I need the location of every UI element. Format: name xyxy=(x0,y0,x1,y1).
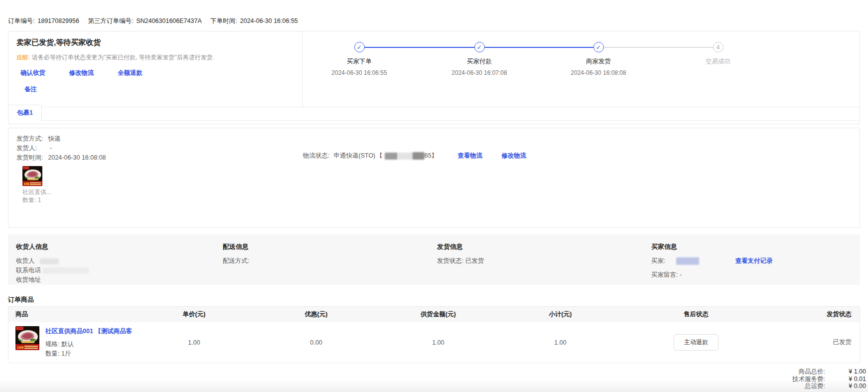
delivery-info-title: 配送信息 xyxy=(223,242,437,251)
tracking-suffix: 65】 xyxy=(425,152,437,160)
product-thumbnail[interactable]: 168 xyxy=(15,326,39,350)
step-label: 商家发货 xyxy=(554,57,643,66)
order-totals: 商品总价:¥ 1.00 技术服务费:¥ 0.01 总运费:¥ 0.00 xyxy=(792,368,866,390)
total-service-fee-row: 技术服务费:¥ 0.01 xyxy=(792,376,866,383)
package-tab-bar: 包裹1 xyxy=(8,105,860,121)
bottom-shade xyxy=(0,379,868,392)
active-refund-button[interactable]: 主动退款 xyxy=(674,334,719,351)
redaction-block xyxy=(413,152,425,160)
header-product: 商品 xyxy=(8,310,133,319)
third-party-order-value: SN2406301606E7437A xyxy=(136,17,201,24)
order-status-title: 卖家已发货,等待买家收货 xyxy=(16,38,294,47)
product-cell: 168 社区直供商品001 【测试商品客 规格: 默认 数量: 1斤 xyxy=(8,322,133,363)
cell-supply-amount: 1.00 xyxy=(377,339,499,346)
step-buyer-ordered: ✓ 买家下单 2024-06-30 16:06:55 xyxy=(314,42,404,76)
order-time-value: 2024-06-30 16:06:55 xyxy=(240,17,298,24)
header-ship-state: 发货状态 xyxy=(771,310,860,319)
total-goods-row: 商品总价:¥ 1.00 xyxy=(792,368,866,376)
order-no-value: 189170829956 xyxy=(37,17,79,24)
receiver-info-panel: 收货人信息 收货人 联系电话 收货地址 xyxy=(16,242,223,277)
step-label: 交易成功 xyxy=(673,57,763,66)
receiver-info-title: 收货人信息 xyxy=(16,242,223,251)
shipper-value: - xyxy=(50,145,52,152)
check-circle-icon: ✓ xyxy=(474,42,485,52)
product-image: 168 xyxy=(22,166,42,186)
shipping-info-panel: 发货信息 发货状态: 已发货 xyxy=(437,242,651,277)
reminder-text: 请务必等待订单状态变更为"买家已付款, 等待卖家发货"后再进行发货. xyxy=(32,54,215,61)
product-image: 168 xyxy=(15,326,39,350)
svg-text:168: 168 xyxy=(24,182,29,186)
order-no-label: 订单编号: xyxy=(8,17,34,24)
package-product-thumbnail[interactable]: 168 xyxy=(22,166,42,186)
view-payment-record-link[interactable]: 查看支付记录 xyxy=(735,256,772,266)
redaction-block xyxy=(398,153,415,160)
product-name-link[interactable]: 社区直供商品001 【测试商品客 xyxy=(45,327,132,336)
order-detail-page: 订单编号:189170829956 第三方订单编号:SN2406301606E7… xyxy=(0,0,868,392)
product-spec: 规格: 默认 xyxy=(45,340,132,349)
svg-text:168: 168 xyxy=(17,345,24,350)
package-product-caption: 社区直供... xyxy=(22,188,852,196)
step-trade-success: 4 交易成功 xyxy=(673,42,763,66)
cell-discount: 0.00 xyxy=(255,339,377,346)
product-qty: 数量: 1斤 xyxy=(45,349,132,359)
total-service-fee-value: ¥ 0.01 xyxy=(825,376,866,383)
redaction-block xyxy=(43,267,89,274)
receiver-name-row: 收货人 xyxy=(16,256,223,266)
table-header-row: 商品 单价(元) 优惠(元) 供货金额(元) 小计(元) 售后状态 发货状态 xyxy=(8,307,860,322)
header-unit-price: 单价(元) xyxy=(133,310,255,319)
edit-logistics-link[interactable]: 修改物流 xyxy=(501,152,526,160)
ship-method-row: 发货方式:快递 xyxy=(16,134,852,143)
receiver-address-row: 收货地址 xyxy=(16,275,223,285)
shipping-info-title: 发货信息 xyxy=(437,242,651,251)
edit-logistics-button[interactable]: 修改物流 xyxy=(69,69,94,76)
total-goods-value: ¥ 1.00 xyxy=(825,368,866,376)
cell-subtotal: 1.00 xyxy=(499,339,621,346)
step-merchant-shipped: ✓ 商家发货 2024-06-30 16:08:08 xyxy=(554,42,643,76)
ship-time-value: 2024-06-30 16:08:08 xyxy=(48,154,106,161)
redaction-block xyxy=(676,257,699,265)
step-label: 买家下单 xyxy=(314,57,404,66)
step-number-icon: 4 xyxy=(713,42,723,52)
step-buyer-paid: ✓ 买家付款 2024-06-30 16:07:08 xyxy=(434,42,524,76)
order-items-title: 订单商品 xyxy=(8,295,34,304)
view-logistics-link[interactable]: 查看物流 xyxy=(457,152,482,160)
step-time: 2024-06-30 16:08:08 xyxy=(554,69,643,76)
check-circle-icon: ✓ xyxy=(593,42,604,52)
check-circle-icon: ✓ xyxy=(354,42,365,52)
logistics-status-label: 物流状态: xyxy=(303,152,329,160)
buyer-info-panel: 买家信息 买家: 查看支付记录 买家留言: - xyxy=(651,242,852,277)
total-freight-row: 总运费:¥ 0.00 xyxy=(792,383,866,390)
redaction-block xyxy=(385,153,398,160)
order-time-label: 下单时间: xyxy=(210,17,237,24)
tab-package-1[interactable]: 包裹1 xyxy=(8,105,42,121)
buyer-message-row: 买家留言: - xyxy=(651,270,852,280)
full-refund-button[interactable]: 全额退款 xyxy=(118,69,143,76)
receiver-phone-row: 联系电话 xyxy=(16,266,223,275)
logistics-carrier: 申通快递(STO) xyxy=(333,152,375,160)
buyer-label: 买家: xyxy=(651,256,665,266)
cell-after-sale: 主动退款 xyxy=(621,334,771,351)
status-actions: 确认收货 修改物流 全额退款 xyxy=(16,69,294,77)
table-row: 168 社区直供商品001 【测试商品客 规格: 默认 数量: 1斤 1.00 … xyxy=(8,322,860,363)
ship-time-label: 发货时间: xyxy=(16,154,43,161)
package-card: 发货方式:快递 发货人:- 发货时间:2024-06-30 16:08:08 1… xyxy=(8,128,860,228)
header-after-sale: 售后状态 xyxy=(621,310,771,319)
order-info-section: 收货人信息 收货人 联系电话 收货地址 配送信息 配送方式: 发货信息 发货状态… xyxy=(8,234,860,285)
step-time: 2024-06-30 16:06:55 xyxy=(314,69,404,76)
order-progress-stepper: ✓ 买家下单 2024-06-30 16:06:55 ✓ 买家付款 2024-0… xyxy=(303,31,860,85)
reminder-label: 提醒: xyxy=(16,54,30,61)
order-meta-bar: 订单编号:189170829956 第三方订单编号:SN2406301606E7… xyxy=(8,17,301,25)
step-time: 2024-06-30 16:07:08 xyxy=(434,69,524,76)
logistics-status-row: 物流状态: 申通快递(STO) 【 65】 查看物流 修改物流 xyxy=(303,152,526,160)
confirm-receipt-button[interactable]: 确认收货 xyxy=(20,69,45,76)
buyer-row: 买家: 查看支付记录 xyxy=(651,256,852,266)
note-button[interactable]: 备注 xyxy=(24,86,37,93)
tracking-number-redacted: 【 65】 xyxy=(376,152,437,160)
status-reminder: 提醒: 请务必等待订单状态变更为"买家已付款, 等待卖家发货"后再进行发货. xyxy=(16,53,294,62)
buyer-info-title: 买家信息 xyxy=(651,242,852,251)
delivery-info-panel: 配送信息 配送方式: xyxy=(223,242,437,277)
ship-method-label: 发货方式: xyxy=(16,135,43,142)
ship-method-value: 快递 xyxy=(48,135,60,142)
order-items-table: 商品 单价(元) 优惠(元) 供货金额(元) 小计(元) 售后状态 发货状态 xyxy=(8,306,860,363)
cell-unit-price: 1.00 xyxy=(133,339,255,346)
